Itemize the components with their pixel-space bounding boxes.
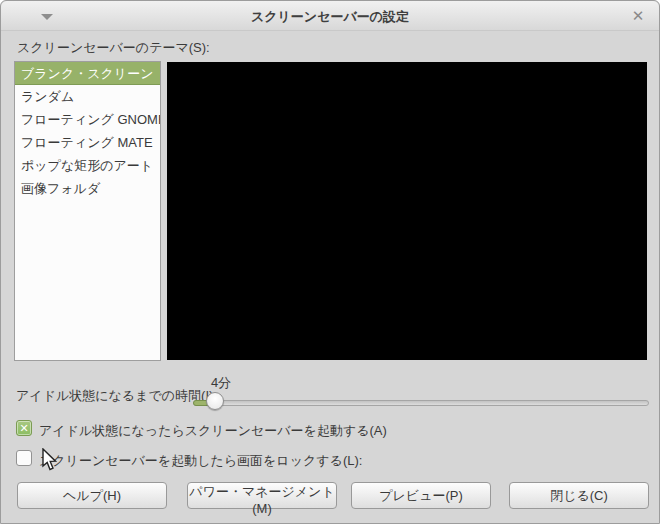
theme-item-pop-art-squares[interactable]: ポップな矩形のアート: [15, 154, 160, 177]
lock-screen-checkbox[interactable]: [16, 450, 32, 466]
activate-screensaver-checkbox[interactable]: ✕: [16, 420, 32, 436]
titlebar: スクリーンセーバーの設定 ✕: [1, 1, 659, 31]
idle-time-value: 4分: [201, 374, 241, 392]
theme-item-floating-gnome[interactable]: フローティング GNOME: [15, 108, 160, 131]
close-dialog-button[interactable]: 閉じる(C): [509, 482, 649, 509]
preview-button[interactable]: プレビュー(P): [351, 482, 491, 509]
window-title: スクリーンセーバーの設定: [1, 8, 659, 26]
theme-item-pictures-folder[interactable]: 画像フォルダ: [15, 177, 160, 200]
lock-screen-label[interactable]: スクリーンセーバーを起動したら画面をロックする(L):: [39, 452, 362, 470]
close-icon[interactable]: ✕: [629, 7, 647, 25]
theme-item-floating-mate[interactable]: フローティング MATE: [15, 131, 160, 154]
theme-item-random[interactable]: ランダム: [15, 85, 160, 108]
theme-list-label: スクリーンセーバーのテーマ(S):: [17, 39, 210, 57]
theme-item-blank-screen[interactable]: ブランク・スクリーン: [15, 62, 160, 85]
idle-time-label: アイドル状態になるまでの時間(I):: [16, 387, 217, 405]
idle-time-slider-handle[interactable]: [206, 392, 224, 410]
help-button[interactable]: ヘルプ(H): [17, 482, 167, 509]
activate-screensaver-label[interactable]: アイドル状態になったらスクリーンセーバーを起動する(A): [39, 422, 387, 440]
screensaver-preferences-dialog: スクリーンセーバーの設定 ✕ スクリーンセーバーのテーマ(S): ブランク・スク…: [0, 0, 660, 524]
idle-time-slider-track[interactable]: [193, 400, 649, 406]
theme-list: ブランク・スクリーン ランダム フローティング GNOME フローティング MA…: [14, 61, 161, 361]
screensaver-preview-area: [167, 62, 647, 360]
power-management-button[interactable]: パワー・マネージメント(M): [187, 482, 337, 509]
